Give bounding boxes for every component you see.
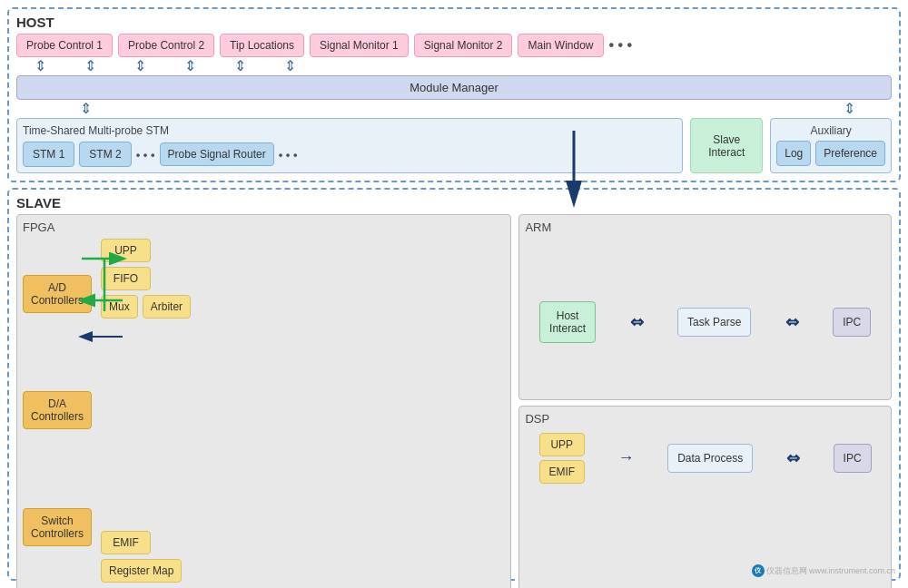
aux-title: Auxiliary — [776, 124, 885, 137]
upp-box: UPP — [101, 239, 151, 262]
aux-boxes: Log Preference — [776, 141, 885, 166]
stm1: STM 1 — [23, 142, 74, 167]
fifo-box: FIFO — [101, 267, 151, 290]
host-interact: HostInteract — [539, 301, 596, 343]
fpga-label: FPGA — [23, 220, 505, 234]
module-manager: Module Manager — [16, 75, 892, 100]
dots-1: • • • — [609, 37, 633, 54]
mux-box: Mux — [101, 295, 138, 318]
slave-section: SLAVE FPGA A/DControllers D/AControllers… — [7, 188, 901, 581]
tip-locations: Tip Locations — [220, 34, 304, 57]
slave-label: SLAVE — [16, 195, 892, 211]
stm-boxes: STM 1 STM 2 • • • Probe Signal Router • … — [23, 142, 676, 167]
second-level: Time-Shared Multi-probe STM STM 1 STM 2 … — [16, 118, 892, 173]
module-arrows: ⇕ ⇕ ⇕ ⇕ ⇕ ⇕ — [16, 59, 892, 74]
task-parse: Task Parse — [677, 308, 751, 337]
arrow-stm: ⇕ — [80, 102, 92, 116]
host-section: HOST Probe Control 1 Probe Control 2 Tip… — [7, 7, 901, 182]
arrow-6: ⇕ — [284, 59, 296, 74]
da-controllers: D/AControllers — [23, 391, 92, 429]
auxiliary-section: Auxiliary Log Preference — [770, 118, 892, 173]
dots-stm: • • • — [136, 148, 155, 162]
emif-box: EMIF — [101, 531, 151, 554]
arrow-ipc1: ⇔ — [785, 312, 799, 332]
slave-interact-label: SlaveInteract — [708, 133, 745, 159]
signal-monitor-1: Signal Monitor 1 — [310, 34, 409, 57]
arrow-3: ⇕ — [134, 59, 146, 74]
arrow-4: ⇕ — [184, 59, 196, 74]
log-box: Log — [776, 141, 811, 166]
switch-controllers: SwitchControllers — [23, 508, 92, 546]
watermark: 仪 仪器信息网 www.instrument.com.cn — [752, 564, 895, 577]
arrow-dsp1: → — [617, 448, 634, 467]
ipc-arm: IPC — [833, 308, 871, 337]
watermark-url: www.instrument.com.cn — [809, 566, 895, 575]
stm-title: Time-Shared Multi-probe STM — [23, 124, 676, 137]
arrow-5: ⇕ — [234, 59, 246, 74]
dsp-emif: EMIF — [539, 460, 585, 484]
module-row: Probe Control 1 Probe Control 2 Tip Loca… — [16, 34, 892, 57]
watermark-logo: 仪 — [752, 564, 765, 577]
dsp-label: DSP — [525, 412, 885, 426]
slave-interact: SlaveInteract — [690, 118, 763, 173]
slave-inner: FPGA A/DControllers D/AControllers Switc… — [16, 214, 892, 588]
arbiter-box: Arbiter — [143, 295, 191, 318]
signal-monitor-2: Signal Monitor 2 — [414, 34, 513, 57]
dsp-upp: UPP — [539, 433, 585, 456]
stm-section: Time-Shared Multi-probe STM STM 1 STM 2 … — [16, 118, 683, 173]
arrow-task: ⇔ — [630, 312, 644, 332]
probe-control-2: Probe Control 2 — [118, 34, 214, 57]
register-map-box: Register Map — [101, 559, 182, 583]
arm-label: ARM — [525, 220, 885, 234]
host-label: HOST — [16, 15, 892, 30]
main-window: Main Window — [518, 34, 603, 57]
ipc-dsp: IPC — [834, 444, 872, 473]
probe-signal-router: Probe Signal Router — [160, 142, 274, 166]
watermark-text: 仪器信息网 — [766, 565, 807, 577]
preference-box: Preference — [815, 141, 885, 166]
arrow-aux: ⇕ — [844, 102, 892, 116]
arrow-2: ⇕ — [84, 59, 96, 74]
data-process: Data Process — [667, 444, 753, 473]
ad-controllers: A/DControllers — [23, 275, 92, 313]
probe-control-1: Probe Control 1 — [16, 34, 113, 57]
arrow-ipc2: ⇔ — [786, 448, 800, 468]
arm-section: ARM HostInteract ⇔ Task Parse ⇔ IPC — [518, 214, 892, 400]
fpga-section: FPGA A/DControllers D/AControllers Switc… — [16, 214, 511, 588]
arrow-1: ⇕ — [35, 59, 46, 74]
dots-stm2: • • • — [279, 148, 298, 162]
dsp-section: DSP UPP EMIF → Data Process ⇔ IPC — [518, 406, 892, 589]
stm2: STM 2 — [79, 142, 131, 167]
